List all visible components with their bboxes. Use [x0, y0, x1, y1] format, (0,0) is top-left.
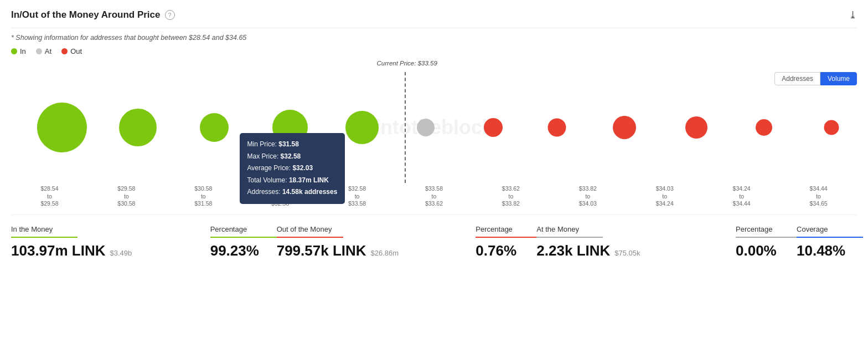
- bubble-4: [272, 110, 308, 145]
- current-price-line: Current Price: $33.59: [405, 72, 406, 183]
- header-left: In/Out of the Money Around Price ?: [11, 9, 175, 21]
- x-label-6: $33.58to$33.62: [396, 185, 473, 208]
- bubble-5: [345, 111, 379, 144]
- stat-at-pct-label: Percentage: [736, 225, 785, 233]
- stat-out-label: Out of the Money: [277, 225, 464, 233]
- bubble-12: [824, 120, 839, 135]
- stat-at-usd: $75.05k: [614, 249, 640, 257]
- legend: In At Out: [11, 47, 857, 55]
- x-label-1: $28.54to$29.58: [11, 185, 88, 208]
- legend-out: Out: [61, 47, 82, 55]
- stat-in-usd: $3.49b: [110, 249, 132, 257]
- x-label-4: $31.58to$32.58: [242, 185, 319, 208]
- x-axis: $28.54to$29.58 $29.58to$30.58 $30.58to$3…: [11, 185, 857, 208]
- legend-at: At: [36, 47, 51, 55]
- stat-out-the-money: Out of the Money 799.57k LINK $26.86m: [265, 222, 464, 263]
- legend-in-label: In: [20, 47, 26, 55]
- x-label-8: $33.82to$34.03: [549, 185, 626, 208]
- bubble-2: [119, 109, 157, 146]
- stat-coverage-value: 10.48%: [797, 242, 857, 259]
- x-label-7: $33.62to$33.82: [472, 185, 549, 208]
- stat-in-label: In the Money: [11, 225, 199, 233]
- legend-in: In: [11, 47, 26, 55]
- x-label-5: $32.58to$33.58: [319, 185, 396, 208]
- bubble-7: [484, 118, 503, 137]
- bubble-8: [547, 119, 566, 137]
- stat-coverage: Coverage 10.48%: [785, 222, 857, 263]
- legend-at-dot: [36, 48, 42, 54]
- stat-in-amount: 103.97m LINK: [11, 242, 106, 259]
- help-icon[interactable]: ?: [165, 10, 175, 20]
- x-label-2: $29.58to$30.58: [88, 185, 165, 208]
- stat-out-usd: $26.86m: [371, 249, 399, 257]
- x-label-11: $34.44to$34.65: [780, 185, 857, 208]
- stat-out-pct-block: Percentage 0.76%: [464, 222, 525, 263]
- legend-at-label: At: [45, 47, 51, 55]
- stat-at-label: At the Money: [536, 225, 724, 233]
- stat-at-value: 2.23k LINK $75.05k: [536, 242, 724, 259]
- subtitle: * Showing information for addresses that…: [11, 34, 857, 42]
- bubbles-container: intotheblock Current Price: $33.59 Min P…: [11, 72, 857, 183]
- stat-in-pct-value: 99.23%: [210, 242, 265, 259]
- legend-out-label: Out: [70, 47, 82, 55]
- page-title: In/Out of the Money Around Price: [11, 9, 161, 21]
- legend-out-dot: [61, 48, 68, 54]
- stat-in-the-money: In the Money 103.97m LINK $3.49b: [11, 222, 199, 263]
- bubble-9: [613, 116, 636, 139]
- x-label-3: $30.58to$31.58: [165, 185, 242, 208]
- bubble-10: [685, 116, 707, 139]
- stat-in-underline: [11, 237, 78, 238]
- bubble-3: [200, 113, 229, 142]
- bubble-11: [756, 119, 772, 136]
- bubble-6: [417, 119, 435, 136]
- current-price-label: Current Price: $33.59: [377, 60, 437, 67]
- x-label-9: $34.03to$34.24: [626, 185, 703, 208]
- stat-in-pct-label: Percentage: [210, 225, 265, 233]
- header: In/Out of the Money Around Price ? ⤓: [11, 9, 857, 28]
- stat-coverage-underline: [797, 237, 863, 238]
- divider: [11, 215, 857, 215]
- stat-in-value: 103.97m LINK $3.49b: [11, 242, 199, 259]
- stats-row: In the Money 103.97m LINK $3.49b Percent…: [11, 222, 857, 263]
- stat-out-amount: 799.57k LINK: [277, 242, 366, 259]
- x-label-10: $34.24to$34.44: [703, 185, 780, 208]
- stat-coverage-label: Coverage: [797, 225, 857, 233]
- download-icon[interactable]: ⤓: [849, 9, 857, 21]
- bubble-1: [37, 103, 87, 152]
- stat-in-pct-block: Percentage 99.23%: [199, 222, 265, 263]
- tooltip-line-2: Max Price: $32.58: [247, 151, 338, 163]
- stat-out-underline: [277, 237, 343, 238]
- main-container: In/Out of the Money Around Price ? ⤓ * S…: [0, 0, 868, 342]
- chart-area: Addresses Volume intotheblock Current Pr…: [11, 72, 857, 208]
- stat-out-pct-label: Percentage: [476, 225, 525, 233]
- stat-out-value: 799.57k LINK $26.86m: [277, 242, 464, 259]
- legend-in-dot: [11, 48, 17, 54]
- stat-at-the-money: At the Money 2.23k LINK $75.05k: [525, 222, 724, 263]
- stat-at-amount: 2.23k LINK: [536, 242, 610, 259]
- tooltip-line-3: Average Price: $32.03: [247, 162, 338, 175]
- stat-at-pct-block: Percentage 0.00%: [724, 222, 785, 263]
- stat-at-underline: [536, 237, 603, 238]
- stat-out-pct-value: 0.76%: [476, 242, 525, 259]
- stat-at-pct-value: 0.00%: [736, 242, 785, 259]
